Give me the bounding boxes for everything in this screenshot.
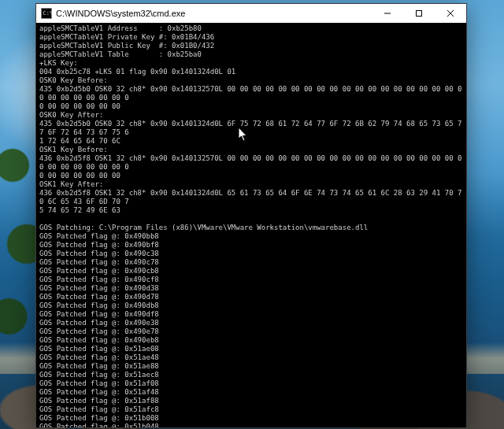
cmd-icon: C:\ bbox=[41, 8, 52, 19]
console-line: GOS Patched flag @: 0x490d78 bbox=[39, 293, 463, 301]
svg-text:C:\: C:\ bbox=[43, 10, 53, 17]
console-line: 0 00 00 00 00 00 00 bbox=[39, 172, 463, 180]
console-line: appleSMCTableV1 Address : 0xb25b80 bbox=[39, 24, 463, 33]
console-line: GOS Patched flag @: 0x490df8 bbox=[39, 310, 463, 319]
cmd-window: C:\ C:\WINDOWS\system32\cmd.exe appleSMC… bbox=[35, 3, 467, 428]
console-line: GOS Patched flag @: 0x490d38 bbox=[39, 284, 463, 293]
console-line: 436 0xb2d5f8 OSK1 32 ch8* 0x90 0x1401325… bbox=[39, 154, 463, 172]
console-line: GOS Patched flag @: 0x490c38 bbox=[39, 250, 463, 258]
window-title: C:\WINDOWS\system32\cmd.exe bbox=[56, 9, 185, 18]
console-line: GOS Patched flag @: 0x490e38 bbox=[39, 319, 463, 327]
console-line: OSK1 Key After: bbox=[39, 180, 463, 189]
console-line: 436 0xb2d5f8 OSK1 32 ch8* 0x90 0x1401324… bbox=[39, 189, 463, 206]
console-line: appleSMCTableV1 Table : 0xb25ba0 bbox=[39, 50, 463, 59]
console-line: GOS Patching: C:\Program Files (x86)\VMw… bbox=[39, 224, 463, 232]
close-button[interactable] bbox=[435, 4, 466, 23]
console-line: 435 0xb2d5b0 OSK0 32 ch8* 0x90 0x1401324… bbox=[39, 120, 463, 137]
console-line: GOS Patched flag @: 0x51afc8 bbox=[39, 405, 463, 414]
titlebar[interactable]: C:\ C:\WINDOWS\system32\cmd.exe bbox=[36, 4, 466, 23]
console-line: OSK0 Key After: bbox=[39, 111, 463, 120]
console-line: GOS Patched flag @: 0x51b048 bbox=[39, 423, 463, 427]
console-line: GOS Patched flag @: 0x490bb8 bbox=[39, 232, 463, 241]
svg-rect-3 bbox=[417, 11, 422, 17]
console-line: +LKS Key: bbox=[39, 59, 463, 68]
console-line: 0 00 00 00 00 00 00 bbox=[39, 102, 463, 111]
console-line: appleSMCTableV1 Public Key #: 0x01B0/432 bbox=[39, 42, 463, 50]
console-line bbox=[39, 215, 463, 224]
console-line: GOS Patched flag @: 0x51ae88 bbox=[39, 362, 463, 371]
console-line: 1 72 64 65 64 70 6C bbox=[39, 137, 463, 146]
console-line: GOS Patched flag @: 0x490c78 bbox=[39, 258, 463, 267]
console-line: GOS Patched flag @: 0x51af08 bbox=[39, 379, 463, 388]
console-line: GOS Patched flag @: 0x490db8 bbox=[39, 301, 463, 310]
console-line: GOS Patched flag @: 0x51aec8 bbox=[39, 371, 463, 379]
console-output[interactable]: appleSMCTableV1 Address : 0xb25b80appleS… bbox=[36, 23, 466, 427]
console-line: OSK1 Key Before: bbox=[39, 146, 463, 154]
console-line: OSK0 Key Before: bbox=[39, 76, 463, 85]
console-line: GOS Patched flag @: 0x490cf8 bbox=[39, 276, 463, 284]
console-line: 004 0xb25c78 +LKS 01 flag 0x90 0x1401324… bbox=[39, 68, 463, 76]
console-line: GOS Patched flag @: 0x51ae08 bbox=[39, 345, 463, 353]
maximize-button[interactable] bbox=[403, 4, 435, 23]
maximize-icon bbox=[415, 9, 423, 17]
console-line: GOS Patched flag @: 0x490e78 bbox=[39, 327, 463, 336]
console-line: GOS Patched flag @: 0x51af48 bbox=[39, 388, 463, 397]
close-icon bbox=[447, 9, 454, 17]
console-line: GOS Patched flag @: 0x51ae48 bbox=[39, 353, 463, 362]
console-line: GOS Patched flag @: 0x51af88 bbox=[39, 397, 463, 405]
console-line: appleSMCTableV1 Private Key #: 0x01B4/43… bbox=[39, 33, 463, 42]
console-line: GOS Patched flag @: 0x51b008 bbox=[39, 414, 463, 423]
console-line: GOS Patched flag @: 0x490bf8 bbox=[39, 241, 463, 250]
console-line: 5 74 65 72 49 6E 63 bbox=[39, 206, 463, 215]
minimize-icon bbox=[384, 9, 391, 17]
console-line: 435 0xb2d5b0 OSK0 32 ch8* 0x90 0x1401325… bbox=[39, 85, 463, 102]
console-line: GOS Patched flag @: 0x490eb8 bbox=[39, 336, 463, 345]
minimize-button[interactable] bbox=[372, 4, 403, 23]
console-line: GOS Patched flag @: 0x490cb8 bbox=[39, 267, 463, 276]
